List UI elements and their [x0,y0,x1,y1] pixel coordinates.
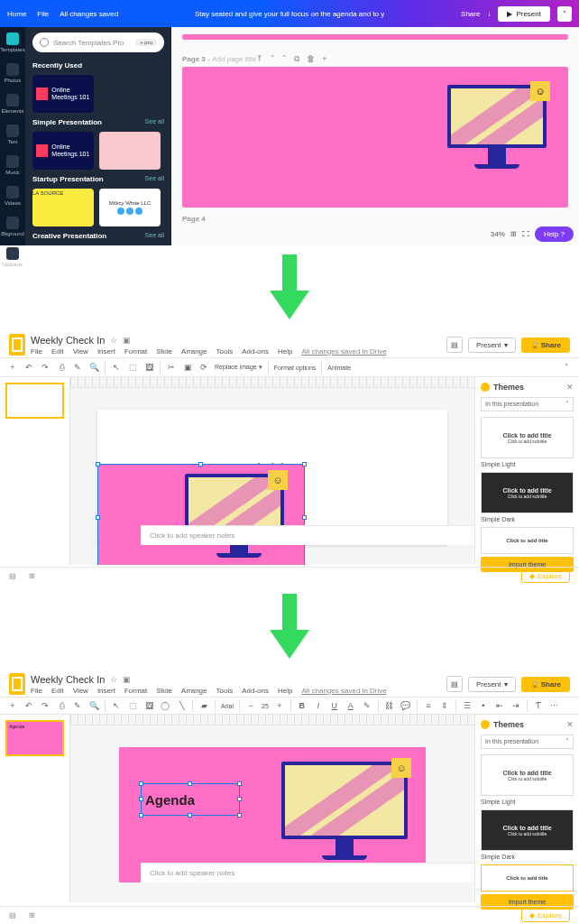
doc-title[interactable]: Weekly Check In [31,335,105,346]
fill-color-icon[interactable]: ▰ [198,700,209,711]
menu-arrange[interactable]: Arrange [181,687,207,695]
speaker-notes[interactable]: Click to add speaker notes [141,863,474,882]
theme-card-dark[interactable]: Click to add titleClick to add subtitle [481,809,574,851]
numbered-list-icon[interactable]: ☰ [462,700,473,711]
see-all-startup[interactable]: See all [145,175,164,183]
text-color-icon[interactable]: A [345,700,356,711]
paint-icon[interactable]: ✎ [72,700,83,711]
replace-image-dropdown[interactable]: Replace image ▾ [215,364,262,371]
textbox-icon[interactable]: ⬚ [127,362,138,373]
theme-scope-dropdown[interactable]: In this presentation˅ [481,735,574,749]
font-family-dropdown[interactable]: Arial [221,703,234,709]
fontsize-dec-icon[interactable]: − [245,700,256,711]
explore-button[interactable]: ◆ Explore [521,909,570,922]
format-options-button[interactable]: Format options [274,365,317,371]
select-icon[interactable]: ↖ [111,700,122,711]
indent-dec-icon[interactable]: ⇤ [494,700,505,711]
slide-3[interactable]: ☺ [182,67,568,208]
theme-card-current[interactable]: Click to add titleClick to add subtitle [481,754,574,796]
menu-file[interactable]: File [31,687,42,695]
font-size-input[interactable]: 25 [262,703,269,709]
select-icon[interactable]: ↖ [111,362,122,373]
menu-file[interactable]: File [31,347,42,356]
view-grid-icon[interactable]: ⊞ [29,911,35,919]
move-icon[interactable]: ▣ [123,336,131,345]
thumbnail-1-agenda[interactable]: 1Agenda [5,720,64,756]
rail-templates[interactable]: Templates [0,32,24,52]
textbox-icon[interactable]: ⬚ [127,700,138,711]
saved-to-drive[interactable]: All changes saved in Drive [301,347,386,356]
speaker-notes[interactable]: Click to add speaker notes [141,525,474,545]
rail-elements[interactable]: Elements [1,94,23,114]
agenda-textbox-selected[interactable]: Agenda [141,783,240,816]
view-grid-icon[interactable]: ⊞ [29,572,35,580]
share-button[interactable]: 🔒 Share [521,337,570,353]
mask-icon[interactable]: ▣ [182,362,193,373]
thumbnail-1[interactable]: 1 [5,383,64,419]
slide-2-edge[interactable] [182,34,568,40]
underline-icon[interactable]: U [329,700,340,711]
present-button[interactable]: ▶ Present [498,6,550,22]
menu-view[interactable]: View [73,347,88,356]
comments-icon[interactable]: ▤ [446,337,463,353]
page-delete-icon[interactable]: 🗑 [307,54,315,64]
menu-addons[interactable]: Add-ons [242,347,269,356]
thumb-online-meetings[interactable]: Online Meetings 101 [32,75,94,113]
pasted-image-selected[interactable]: ☺ [97,464,305,565]
menu-format[interactable]: Format [124,687,147,695]
collapse-toolbar-icon[interactable]: ˄ [561,362,572,373]
new-slide-icon[interactable]: + [7,700,18,711]
rail-text[interactable]: Text [6,125,19,144]
present-button[interactable]: Present ▾ [468,677,516,692]
comment-icon[interactable]: 💬 [400,700,411,711]
link-icon[interactable]: ⛓ [384,700,395,711]
crop-icon[interactable]: ✂ [166,362,177,373]
page-duplicate-icon[interactable]: ⧉ [294,54,299,64]
highlight-icon[interactable]: ✎ [362,700,372,711]
star-icon[interactable]: ☆ [110,675,117,684]
view-filmstrip-icon[interactable]: ▤ [9,911,16,919]
page-add-icon[interactable]: + [322,54,326,64]
menu-insert[interactable]: Insert [97,347,115,356]
italic-icon[interactable]: I [313,700,324,711]
image-icon[interactable]: 🖼 [143,700,154,711]
close-themes-icon[interactable]: ✕ [566,720,574,729]
theme-card-3[interactable]: Click to add title [481,527,574,554]
thumb-milticy[interactable]: Milticy White LLC [99,189,161,226]
rail-videos[interactable]: Videos [5,186,21,206]
menu-help[interactable]: Help [278,687,292,695]
bold-icon[interactable]: B [297,700,308,711]
more-icon[interactable]: ⋯ [549,700,560,711]
menu-addons[interactable]: Add-ons [242,687,269,695]
theme-card-current[interactable]: Click to add titleClick to add subtitle [481,417,574,458]
rail-background[interactable]: Bkground [1,217,24,236]
thumb-pink[interactable] [99,132,161,170]
saved-to-drive[interactable]: All changes saved in Drive [301,687,386,695]
menu-edit[interactable]: Edit [51,347,64,356]
home-link[interactable]: Home [7,10,26,18]
thumb-yellow[interactable]: LA SOURCE [32,189,94,226]
template-search[interactable]: Search Templates Pro + pro [32,32,164,52]
view-filmstrip-icon[interactable]: ▤ [9,572,16,580]
paint-icon[interactable]: ✎ [72,362,83,373]
zoom-icon[interactable]: 🔍 [88,700,99,711]
move-icon[interactable]: ▣ [123,675,131,684]
rail-uploads[interactable]: Uploads [3,247,23,267]
page-up-icon[interactable]: ˄ [271,54,275,64]
image-icon[interactable]: 🖼 [143,362,154,373]
menu-edit[interactable]: Edit [51,687,64,695]
line-icon[interactable]: ╲ [176,700,187,711]
animate-button[interactable]: Animate [327,365,351,371]
menu-help[interactable]: Help [278,347,292,356]
redo-icon[interactable]: ↷ [40,362,51,373]
comments-icon[interactable]: ▤ [446,676,463,692]
rail-music[interactable]: Music [5,155,20,175]
shape-icon[interactable]: ◯ [160,700,170,711]
theme-scope-dropdown[interactable]: In this presentation˅ [481,397,574,411]
close-themes-icon[interactable]: ✕ [566,383,574,392]
rail-photos[interactable]: Photos [5,63,22,83]
page-down-icon[interactable]: ˅ [282,54,287,64]
help-button[interactable]: Help ? [535,226,574,242]
undo-icon[interactable]: ↶ [23,362,34,373]
explore-button[interactable]: ◆ Explore [521,569,570,583]
